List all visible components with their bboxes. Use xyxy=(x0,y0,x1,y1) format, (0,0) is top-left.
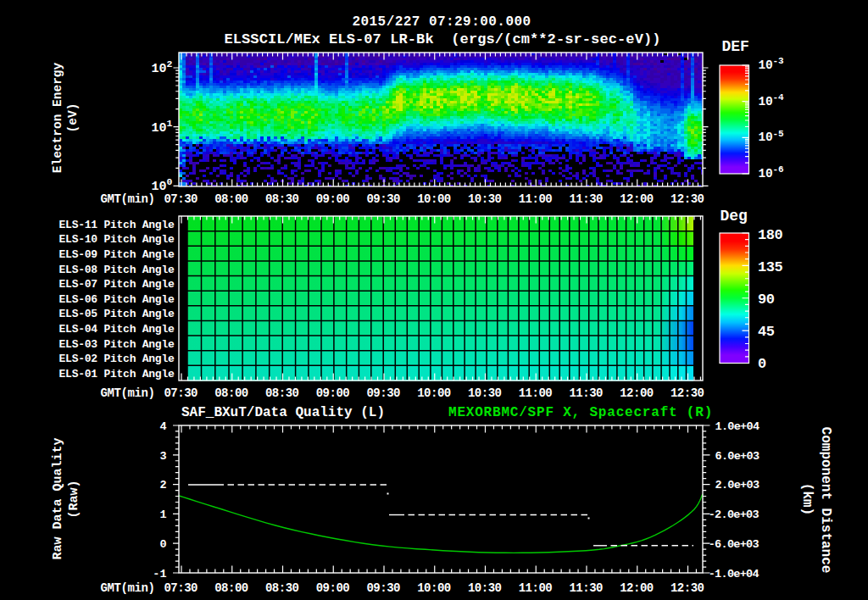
svg-text:1.0e+04: 1.0e+04 xyxy=(715,420,760,433)
svg-text:GMT(min): GMT(min) xyxy=(101,386,155,400)
svg-text:11:00: 11:00 xyxy=(519,386,553,400)
svg-text:12:30: 12:30 xyxy=(670,386,704,400)
svg-text:08:00: 08:00 xyxy=(214,581,248,595)
svg-text:ELS-05 Pitch Angle: ELS-05 Pitch Angle xyxy=(59,308,175,320)
svg-text:0: 0 xyxy=(758,356,766,372)
svg-text:1: 1 xyxy=(159,508,166,521)
svg-text:10:00: 10:00 xyxy=(417,192,451,206)
svg-text:SAF_BXuT/Data Quality (L): SAF_BXuT/Data Quality (L) xyxy=(181,405,385,420)
svg-text:2.0e+03: 2.0e+03 xyxy=(715,479,760,492)
svg-text:90: 90 xyxy=(758,292,775,308)
svg-text:10:30: 10:30 xyxy=(468,581,502,595)
svg-text:(km): (km) xyxy=(799,483,815,515)
svg-text:-1.0e+04: -1.0e+04 xyxy=(709,568,760,581)
svg-text:07:30: 07:30 xyxy=(164,192,198,206)
svg-text:08:00: 08:00 xyxy=(214,192,248,206)
svg-text:-2.0e+03: -2.0e+03 xyxy=(709,508,760,521)
svg-text:09:30: 09:30 xyxy=(366,386,400,400)
svg-text:6.0e+03: 6.0e+03 xyxy=(715,450,760,463)
svg-text:GMT(min): GMT(min) xyxy=(101,192,155,206)
svg-text:180: 180 xyxy=(758,227,783,243)
svg-text:ELS-10 Pitch Angle: ELS-10 Pitch Angle xyxy=(59,233,175,246)
svg-text:10:00: 10:00 xyxy=(417,581,451,595)
svg-text:DEF: DEF xyxy=(722,38,749,55)
svg-text:09:00: 09:00 xyxy=(316,192,350,206)
svg-text:07:30: 07:30 xyxy=(164,581,198,595)
svg-text:11:00: 11:00 xyxy=(519,192,553,206)
svg-text:08:00: 08:00 xyxy=(214,386,248,400)
svg-text:ELS-09 Pitch Angle: ELS-09 Pitch Angle xyxy=(59,248,175,261)
svg-text:ELS-07 Pitch Angle: ELS-07 Pitch Angle xyxy=(59,278,175,291)
svg-text:Component Distance: Component Distance xyxy=(818,427,833,574)
svg-text:2015/227 07:29:00.000: 2015/227 07:29:00.000 xyxy=(352,14,531,30)
svg-text:Raw Data Quality: Raw Data Quality xyxy=(51,438,65,560)
svg-text:12:00: 12:00 xyxy=(620,386,654,400)
svg-text:(eV): (eV) xyxy=(66,103,80,133)
svg-text:0: 0 xyxy=(159,538,166,551)
svg-text:ELS-06 Pitch Angle: ELS-06 Pitch Angle xyxy=(59,293,175,306)
svg-text:45: 45 xyxy=(758,324,775,340)
svg-text:Electron Energy: Electron Energy xyxy=(51,62,64,173)
svg-text:07:30: 07:30 xyxy=(164,386,198,400)
svg-text:Deg: Deg xyxy=(721,208,748,225)
svg-text:MEXORBMC/SPF X, Spacecraft (R): MEXORBMC/SPF X, Spacecraft (R) xyxy=(448,405,713,420)
svg-text:12:00: 12:00 xyxy=(620,581,654,595)
svg-text:09:00: 09:00 xyxy=(316,386,350,400)
svg-text:10:30: 10:30 xyxy=(468,192,502,206)
svg-text:09:00: 09:00 xyxy=(316,581,350,595)
svg-text:(Raw): (Raw) xyxy=(67,480,81,518)
svg-text:10:00: 10:00 xyxy=(417,386,451,400)
svg-text:08:30: 08:30 xyxy=(265,581,299,595)
svg-text:3: 3 xyxy=(159,450,166,463)
svg-text:12:30: 12:30 xyxy=(670,192,704,206)
svg-text:ELS-01 Pitch Angle: ELS-01 Pitch Angle xyxy=(59,368,175,381)
svg-text:-1: -1 xyxy=(153,568,166,581)
svg-text:09:30: 09:30 xyxy=(366,581,400,595)
svg-text:08:30: 08:30 xyxy=(265,386,299,400)
svg-text:09:30: 09:30 xyxy=(366,192,400,206)
svg-text:ELS-08 Pitch Angle: ELS-08 Pitch Angle xyxy=(59,264,175,276)
svg-text:12:30: 12:30 xyxy=(670,581,704,595)
svg-text:135: 135 xyxy=(758,259,783,275)
svg-text:ELSSCIL/MEx ELS-07 LR-Bk (erg: ELSSCIL/MEx ELS-07 LR-Bk (ergs/(cm**2-sr… xyxy=(224,31,660,47)
svg-text:10:30: 10:30 xyxy=(468,386,502,400)
svg-text:GMT(min): GMT(min) xyxy=(101,581,155,595)
svg-text:ELS-02 Pitch Angle: ELS-02 Pitch Angle xyxy=(59,353,175,365)
svg-text:11:30: 11:30 xyxy=(569,386,603,400)
svg-text:08:30: 08:30 xyxy=(265,192,299,206)
svg-text:ELS-03 Pitch Angle: ELS-03 Pitch Angle xyxy=(59,338,175,351)
svg-text:2: 2 xyxy=(159,479,166,492)
svg-text:11:00: 11:00 xyxy=(519,581,553,595)
svg-text:11:30: 11:30 xyxy=(569,581,603,595)
svg-text:11:30: 11:30 xyxy=(569,192,603,206)
svg-text:4: 4 xyxy=(159,420,166,433)
svg-text:12:00: 12:00 xyxy=(620,192,654,206)
svg-text:-6.0e+03: -6.0e+03 xyxy=(709,538,760,551)
svg-text:ELS-04 Pitch Angle: ELS-04 Pitch Angle xyxy=(59,323,175,336)
svg-text:ELS-11 Pitch Angle: ELS-11 Pitch Angle xyxy=(59,219,175,231)
